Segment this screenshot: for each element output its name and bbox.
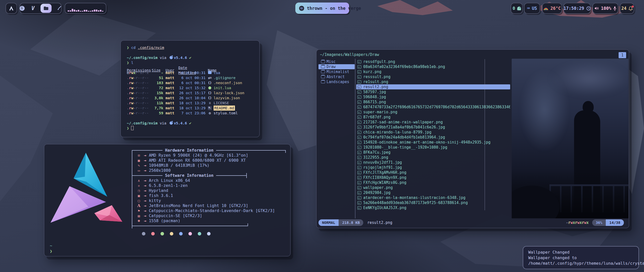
file-item[interactable]: 0c794faf07de24a4db4d4fb1eb813964.jpg xyxy=(356,135,510,140)
file-item[interactable]: 19201080-__blue-tinge__-1920×1080.jpg xyxy=(356,145,510,150)
directory-item[interactable]: Minimalist xyxy=(318,69,355,74)
fetch-info-row: A → JetBrainsMono Nerd Font Light 10 [GT… xyxy=(132,203,286,208)
file-name-cell: git.gitignore xyxy=(208,75,253,80)
image-file-icon xyxy=(357,125,361,129)
media-player-module[interactable]: thrown - on the verge xyxy=(295,3,349,14)
directory-item[interactable]: Misc xyxy=(318,59,355,64)
image-file-icon xyxy=(357,150,361,154)
notification-popup[interactable]: Wallpaper Changed Wallpaper changed to /… xyxy=(523,246,639,269)
file-item[interactable]: EeNKYgIUcAAJ5JX.png xyxy=(356,205,510,210)
file-name-cell: {}lazy-lock.json xyxy=(208,90,253,95)
file-item[interactable]: 3122955.png xyxy=(356,155,510,160)
file-item[interactable]: FXfcHgcWIAMzs0G.png xyxy=(356,180,510,185)
fetch-window: Hardware Information ⊡ → AMD Ryzen 9 590… xyxy=(44,144,291,256)
file-item[interactable]: nnvuv0xj2df71.jpg xyxy=(356,160,510,165)
tab-badge[interactable]: 1 xyxy=(619,52,626,58)
file-item[interactable]: re1sult.png xyxy=(356,79,510,84)
file-size: 11k xyxy=(152,100,163,106)
file-item[interactable]: 596848.jpg xyxy=(356,94,510,99)
date-module[interactable]: 24 xyxy=(620,3,634,14)
arrow-icon: → xyxy=(144,158,146,163)
keyboard-layout-module[interactable]: ⌨ US xyxy=(524,3,540,14)
lua-version: v5.4.6 xyxy=(174,56,187,60)
image-file-icon xyxy=(357,65,361,69)
notification-title: Wallpaper Changed xyxy=(528,250,633,255)
terminal-command-line: ❯ l xyxy=(127,60,253,65)
file-item[interactable]: 154928-odinokoe_anime-art-anime-okno-sin… xyxy=(356,140,510,145)
cava-bar xyxy=(68,10,69,12)
hardware-row-icon: ⊡ xyxy=(136,153,141,158)
software-row-value: JetBrainsMono Nerd Font Light 10 [GTK2/3… xyxy=(149,203,248,208)
clock-module[interactable]: 17:50:29 xyxy=(564,3,591,14)
file-item[interactable]: rsjqojlmjhf91.jpg xyxy=(356,165,510,170)
directory-item[interactable]: Draw xyxy=(318,64,355,69)
paintbrush-icon[interactable] xyxy=(56,5,62,12)
hardware-title-text: Hardware Information xyxy=(163,148,216,153)
hardware-row-value: AMD ATI Radeon RX 6800/6800 XT / 6900 XT xyxy=(149,158,246,163)
fetch-info-row: ✎ → 10948MiB / 64183MiB (17%) xyxy=(132,163,286,168)
file-item[interactable]: 5a266e448add93deab367d87173e9f25-6837886… xyxy=(356,200,510,205)
file-size: 7,7k xyxy=(152,106,163,111)
file-item[interactable]: 587597.jpg xyxy=(356,89,510,94)
file-item[interactable]: wallpaper.png xyxy=(356,185,510,190)
ls-row: .rw-r--r-- 15k matt 26 oct 15:17 {}lazy-… xyxy=(127,90,253,95)
updates-module[interactable]: 0 xyxy=(511,3,523,14)
arrow-icon: → xyxy=(144,183,146,188)
file-item[interactable]: 866715.png xyxy=(356,99,510,105)
volume-module[interactable]: 100% xyxy=(592,3,618,14)
volume-level: 100% xyxy=(601,6,611,11)
directory-item[interactable]: Landscapes xyxy=(318,79,355,84)
image-file-icon xyxy=(357,130,361,134)
software-row-icon: ⚛ xyxy=(136,183,141,188)
directory-item[interactable]: Abstract xyxy=(318,74,355,79)
file-name: chica-mirando-la-luna-8799.jpg xyxy=(363,130,431,135)
terminal-prompt-line[interactable]: ❯ xyxy=(127,126,253,131)
file-item[interactable]: 8FKa7Cu.jpeg xyxy=(356,150,510,155)
cava-bar xyxy=(98,10,99,12)
file-item[interactable]: chica-mirando-la-luna-8799.jpg xyxy=(356,130,510,135)
frame-line xyxy=(132,226,248,226)
file-type-icon: {} xyxy=(208,91,212,95)
ls-row: .rw-r--r-- 183 matt 6 oct 00:31 {}.neoco… xyxy=(127,80,253,85)
file-item[interactable]: super-mario.png xyxy=(356,110,510,115)
weather-module[interactable]: 26°C xyxy=(542,3,562,14)
file-item[interactable]: ressdfgult.png xyxy=(356,59,510,64)
file-name-cell: lua xyxy=(208,70,253,75)
file-name: 8FKa7Cu.jpeg xyxy=(363,150,390,155)
firefox-icon[interactable] xyxy=(19,5,25,12)
folder-open-icon xyxy=(321,60,325,64)
image-file-icon xyxy=(357,70,361,74)
terminal-blank-line xyxy=(127,116,253,121)
image-file-icon xyxy=(357,60,361,64)
file-name: super-mario.png xyxy=(363,110,397,115)
cava-bar xyxy=(78,10,79,12)
bell-icon xyxy=(629,6,633,11)
fetch-shell-prompt[interactable]: ~ ❯ xyxy=(50,243,52,254)
image-file-icon xyxy=(357,135,361,139)
file-item[interactable]: atardecer-en-la-montanas-ilustracion-634… xyxy=(356,195,510,200)
image-file-icon xyxy=(357,100,361,104)
file-item[interactable]: result2.png xyxy=(356,84,510,89)
file-item[interactable]: resssult.png xyxy=(356,74,510,79)
file-item[interactable]: 87r687df.png xyxy=(356,115,510,120)
file-item[interactable]: FXfcJlTXgAMvH6R.png xyxy=(356,170,510,175)
file-size: - xyxy=(152,70,163,75)
file-name: wallpaper.png xyxy=(363,185,393,190)
file-item[interactable]: 20492984.jpg xyxy=(356,190,510,195)
folder-icon[interactable] xyxy=(41,4,52,13)
file-item[interactable]: 3126f7e9bbf21a8a4af0b67b041c6e26.jpg xyxy=(356,125,510,130)
file-item[interactable]: FXfcII0X0AQyn9X.png xyxy=(356,175,510,180)
file-item[interactable]: 08a634fa02a32364f69ebc86a98eb1eb.png xyxy=(356,64,510,69)
weather-temperature: 26°C xyxy=(550,6,561,11)
fetch-info-row: ▢ → kitty xyxy=(132,198,286,203)
file-item[interactable]: 217167-sad-anime-rain-wallpaper.png xyxy=(356,120,510,125)
file-date: 6 oct 00:31 xyxy=(178,75,206,80)
file-date: 6 oct 00:31 xyxy=(178,70,206,75)
file-item[interactable]: 68747470733a2f2f696d616765732d7769786d70… xyxy=(356,105,510,110)
neovim-icon[interactable]: V xyxy=(30,5,36,12)
file-item[interactable]: kurz.png xyxy=(356,69,510,74)
software-row-icon: ⚑ xyxy=(136,208,141,213)
launcher-module[interactable] xyxy=(6,3,17,14)
file-list-scrollbar[interactable] xyxy=(485,59,485,210)
file-owner: matt xyxy=(166,95,176,100)
